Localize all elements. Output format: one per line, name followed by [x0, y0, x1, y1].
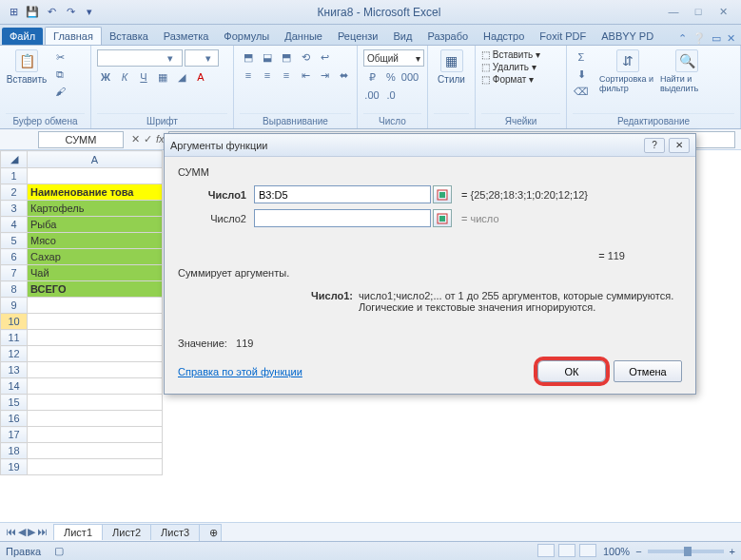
qat-more-icon[interactable]: ▾ [82, 5, 97, 20]
align-bottom-icon[interactable]: ⬒ [278, 49, 295, 65]
percent-icon[interactable]: % [382, 69, 400, 85]
tab-formulas[interactable]: Формулы [216, 28, 277, 45]
format-painter-icon[interactable]: 🖌 [51, 84, 68, 99]
row-header[interactable]: 14 [1, 378, 28, 395]
cut-icon[interactable]: ✂ [51, 49, 68, 65]
dialog-titlebar[interactable]: Аргументы функции ? ✕ [165, 134, 695, 157]
dialog-close-icon[interactable]: ✕ [669, 138, 690, 153]
row-header[interactable]: 3 [1, 201, 28, 217]
cell[interactable]: Рыба [28, 217, 163, 233]
row-header[interactable]: 18 [1, 443, 28, 459]
sheet-nav-last-icon[interactable]: ⏭ [37, 526, 48, 538]
row-header[interactable]: 15 [1, 395, 28, 411]
tab-insert[interactable]: Вставка [102, 28, 156, 45]
paste-button[interactable]: 📋 Вставить [6, 49, 48, 85]
fill-icon[interactable]: ⬇ [573, 67, 590, 82]
orientation-icon[interactable]: ⟲ [297, 49, 314, 65]
redo-icon[interactable]: ↷ [63, 5, 78, 20]
sheet-nav-prev-icon[interactable]: ◀ [18, 526, 26, 538]
clear-icon[interactable]: ⌫ [573, 84, 590, 99]
border-icon[interactable]: ▦ [154, 69, 171, 85]
cell[interactable]: Картофель [28, 201, 163, 217]
row-header[interactable]: 17 [1, 427, 28, 443]
cells-insert[interactable]: ⬚ Вставить ▾ [481, 49, 540, 60]
zoom-out-icon[interactable]: − [635, 546, 641, 557]
row-header[interactable]: 2 [1, 184, 28, 201]
zoom-slider[interactable] [648, 550, 724, 553]
minimize-icon[interactable]: — [665, 6, 682, 18]
font-color-icon[interactable]: A [192, 69, 209, 85]
cell[interactable]: Мясо [28, 233, 163, 249]
wrap-text-icon[interactable]: ↩ [316, 49, 333, 65]
cell[interactable] [28, 459, 163, 475]
function-help-link[interactable]: Справка по этой функции [178, 366, 302, 377]
cell[interactable] [28, 395, 163, 411]
increase-decimal-icon[interactable]: .00 [363, 87, 380, 103]
tab-layout[interactable]: Разметка [156, 28, 217, 45]
align-top-icon[interactable]: ⬒ [240, 49, 257, 65]
font-size-combo[interactable]: ▾ [185, 49, 219, 67]
tab-foxit[interactable]: Foxit PDF [532, 28, 594, 45]
comma-icon[interactable]: 000 [401, 69, 419, 85]
autosum-icon[interactable]: Σ [573, 49, 590, 65]
row-header[interactable]: 16 [1, 411, 28, 427]
sheet-tab-1[interactable]: Лист1 [53, 524, 103, 540]
tab-file[interactable]: Файл [2, 28, 43, 45]
row-header[interactable]: 10 [1, 314, 28, 330]
dialog-help-icon[interactable]: ? [644, 138, 665, 153]
row-header[interactable]: 19 [1, 459, 28, 475]
tab-review[interactable]: Рецензи [330, 28, 386, 45]
arg2-input[interactable] [254, 209, 431, 227]
tab-addins[interactable]: Надстро [476, 28, 532, 45]
ribbon-min-icon[interactable]: ▭ [712, 32, 721, 45]
cell[interactable]: ВСЕГО [28, 281, 163, 298]
cell[interactable]: Сахар [28, 249, 163, 265]
decrease-decimal-icon[interactable]: .0 [382, 87, 400, 103]
row-header[interactable]: 1 [1, 168, 28, 184]
cell[interactable] [28, 362, 163, 378]
view-layout-icon[interactable] [558, 544, 575, 557]
save-icon[interactable]: 💾 [25, 5, 40, 20]
font-name-combo[interactable]: ▾ [97, 49, 183, 67]
fill-color-icon[interactable]: ◢ [173, 69, 190, 85]
cell[interactable] [28, 168, 163, 184]
tab-home[interactable]: Главная [45, 27, 102, 45]
cell[interactable] [28, 330, 163, 346]
tab-data[interactable]: Данные [277, 28, 330, 45]
cancel-button[interactable]: Отмена [614, 360, 682, 382]
row-header[interactable]: 4 [1, 217, 28, 233]
cell[interactable] [28, 443, 163, 459]
cell[interactable] [28, 314, 163, 330]
underline-icon[interactable]: Ч [135, 69, 152, 85]
align-right-icon[interactable]: ≡ [278, 68, 295, 83]
zoom-level[interactable]: 100% [603, 546, 630, 557]
cell[interactable]: Чай [28, 265, 163, 281]
cells-delete[interactable]: ⬚ Удалить ▾ [481, 62, 536, 72]
cell[interactable]: Наименование това [28, 184, 163, 201]
help-icon[interactable]: ❔ [692, 32, 706, 45]
styles-button[interactable]: ▦ Стили [434, 49, 469, 85]
sheet-nav-next-icon[interactable]: ▶ [28, 526, 35, 538]
sheet-nav-first-icon[interactable]: ⏮ [6, 526, 16, 538]
row-header[interactable]: 12 [1, 346, 28, 362]
name-box[interactable]: СУММ [38, 131, 124, 148]
align-left-icon[interactable]: ≡ [240, 68, 257, 83]
arg2-ref-button[interactable] [433, 209, 452, 227]
row-header[interactable]: 13 [1, 362, 28, 378]
row-header[interactable]: 8 [1, 281, 28, 298]
align-center-icon[interactable]: ≡ [259, 68, 276, 83]
indent-dec-icon[interactable]: ⇤ [297, 68, 314, 83]
close-icon[interactable]: ✕ [714, 6, 731, 18]
cell[interactable] [28, 298, 163, 314]
arg1-ref-button[interactable] [433, 185, 452, 203]
sheet-tab-2[interactable]: Лист2 [102, 524, 151, 540]
merge-icon[interactable]: ⬌ [335, 68, 352, 83]
view-normal-icon[interactable] [537, 544, 555, 557]
arg1-input[interactable] [254, 185, 431, 203]
cell[interactable] [28, 378, 163, 395]
tab-view[interactable]: Вид [386, 28, 420, 45]
row-header[interactable]: 11 [1, 330, 28, 346]
ok-button[interactable]: ОК [537, 360, 606, 382]
tab-abbyy[interactable]: ABBYY PD [594, 28, 661, 45]
sheet-tab-new[interactable]: ⊕ [199, 524, 222, 541]
